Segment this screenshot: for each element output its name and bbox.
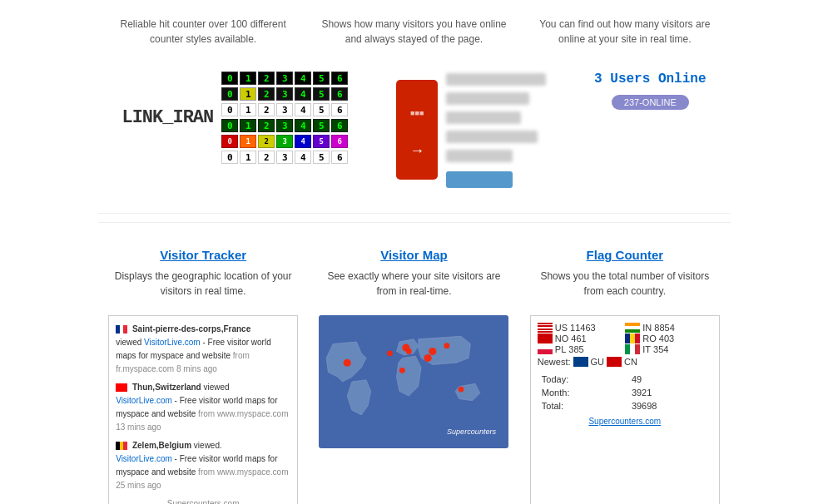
visitor-live-link-3[interactable]: VisitorLive.com [116, 454, 172, 463]
digit: 1 [240, 119, 256, 132]
visitor-tracker-title[interactable]: Visitor Tracker [108, 248, 298, 262]
visit-source-2: from www.myspace.com [198, 409, 288, 418]
country-in: IN [642, 323, 652, 333]
visitor-map-desc: See exactly where your site visitors are… [319, 269, 508, 299]
top-desc-1: Reliable hit counter over 100 different … [108, 17, 298, 47]
digit: 1 [240, 151, 256, 164]
visit-entry-1: Saint-pierre-des-corps,France viewed Vis… [116, 323, 290, 376]
visit-time-2: 13 mins ago [116, 422, 161, 432]
digit: 5 [313, 151, 330, 164]
flag-counter-desc: Shows you the total number of visitors f… [530, 269, 720, 299]
tracker-widget-box: Saint-pierre-des-corps,France viewed Vis… [108, 315, 298, 504]
newest-cn: CN [624, 357, 637, 367]
visitor-live-link[interactable]: VisitorLive.com [144, 338, 201, 347]
svg-point-8 [399, 368, 405, 373]
country-pl: PL [555, 344, 566, 354]
flag-ro-icon [625, 334, 640, 343]
digit: 5 [313, 72, 330, 85]
digit: 3 [276, 87, 293, 101]
count-in: 8854 [654, 323, 674, 333]
visitor-tracker-desc: Displays the geographic location of your… [108, 269, 298, 299]
digit: 4 [295, 87, 311, 101]
digit: 5 [313, 103, 330, 116]
digit: 6 [331, 151, 348, 164]
digit: 3 [276, 151, 293, 164]
svg-text:Supercounters: Supercounters [447, 427, 497, 436]
digit: 3 [276, 135, 293, 148]
country-no: NO [555, 334, 569, 343]
hit-counter-section: LINK_IRAN 0 1 2 3 4 5 6 0 1 2 3 [121, 72, 348, 164]
users-online-section: 3 Users Online 237-ONLINE [594, 72, 706, 110]
visit-time-1: 8 mins ago [176, 364, 217, 373]
visit-source-3: from www.myspace.com [198, 467, 288, 477]
flag-no-icon [538, 334, 553, 343]
newest-gu: GU [591, 357, 605, 367]
svg-point-4 [429, 348, 437, 355]
flag-row-no: NO 461 [538, 334, 625, 343]
digit: 6 [331, 72, 348, 85]
digit: 3 [276, 119, 293, 132]
flag-row-it: IT 354 [625, 344, 712, 354]
digit: 4 [295, 72, 311, 85]
digit: 5 [313, 119, 330, 132]
svg-point-9 [459, 387, 464, 393]
digit: 0 [221, 103, 238, 116]
newest-row: Newest: GU CN [538, 357, 712, 367]
visitor-map-card: Visitor Map See exactly where your site … [319, 248, 508, 299]
digit: 1 [240, 72, 256, 85]
country-ro: RO [642, 334, 657, 343]
digit: 1 [240, 135, 256, 148]
digit: 3 [276, 103, 293, 116]
flag-row-ro: RO 403 [625, 334, 712, 343]
total-label: Total: [539, 400, 627, 412]
country-us: US [555, 323, 568, 333]
digit: 2 [258, 119, 275, 132]
total-val: 39698 [629, 400, 711, 412]
flag-stats: Today: 49 Month: 3921 Total: 39698 [538, 372, 712, 413]
flag-pl-icon [538, 344, 553, 354]
digit: 4 [295, 103, 311, 116]
digit: 2 [258, 87, 275, 101]
digit: 0 [221, 119, 238, 132]
digit-display: 0 1 2 3 4 5 6 0 1 2 3 4 5 6 [221, 72, 348, 164]
tracker-brand: Supercounters.com [116, 497, 290, 504]
count-pl: 385 [568, 344, 583, 354]
digit: 0 [221, 151, 238, 164]
widgets-row: Saint-pierre-des-corps,France viewed Vis… [98, 307, 731, 504]
flag-counter-card: Flag Counter Shows you the total number … [530, 248, 720, 299]
feature-cards: Visitor Tracker Displays the geographic … [98, 231, 731, 307]
location-2: Thun,Switzerland [132, 383, 201, 392]
flag-ch-icon [116, 383, 127, 392]
today-label: Today: [539, 373, 627, 385]
flag-brand[interactable]: Supercounters.com [538, 417, 712, 426]
count-no: 461 [571, 334, 586, 343]
svg-point-7 [388, 350, 394, 356]
today-val: 49 [629, 373, 711, 385]
blurred-content [446, 72, 546, 188]
location-1: Saint-pierre-des-corps,France [132, 324, 250, 334]
flag-row-in: IN 8854 [625, 323, 712, 333]
visitor-map-title[interactable]: Visitor Map [319, 248, 508, 262]
newest-label: Newest: [538, 357, 571, 367]
digit: 2 [258, 151, 275, 164]
online-badge: 237-ONLINE [612, 95, 689, 110]
svg-point-6 [424, 354, 432, 362]
digit: 4 [295, 119, 311, 132]
users-online-link[interactable]: 3 Users Online [594, 72, 706, 86]
month-val: 3921 [629, 387, 711, 398]
digit: 6 [331, 103, 348, 116]
digit: 0 [221, 87, 238, 101]
visitor-live-link-2[interactable]: VisitorLive.com [116, 396, 172, 405]
flag-counter-title[interactable]: Flag Counter [530, 248, 720, 262]
logo: LINK_IRAN [121, 107, 213, 128]
slider-widget: ■■■ → [396, 72, 546, 188]
month-label: Month: [539, 387, 627, 398]
svg-point-1 [344, 359, 351, 367]
digit: 0 [221, 72, 238, 85]
flag-gu-icon [573, 357, 588, 367]
top-desc-2: Shows how many visitors you have online … [319, 17, 508, 47]
svg-point-5 [444, 343, 450, 348]
flag-counter-widget-box: US 11463 IN 8854 NO 461 RO 403 [530, 315, 720, 504]
flag-fr-icon [116, 325, 127, 334]
flag-counter-rows: US 11463 IN 8854 NO 461 RO 403 [538, 323, 712, 354]
